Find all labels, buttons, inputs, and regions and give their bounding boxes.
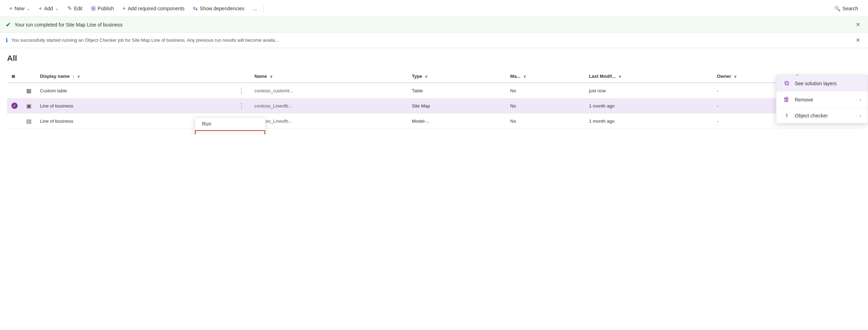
add-chevron-icon[interactable]: ⌄	[55, 6, 59, 11]
show-dependencies-button[interactable]: ⇆ Show dependencies	[189, 3, 248, 14]
row2-name: contoso_Lineofb...	[255, 103, 292, 109]
col-managed-header[interactable]: Ma... ∨	[506, 70, 584, 83]
row3-managed-cell: No	[506, 114, 584, 129]
new-button[interactable]: + New ⌄	[6, 3, 34, 14]
object-checker-icon: ⚕	[783, 112, 790, 119]
row2-owner: -	[717, 103, 718, 109]
modified-label: Last Modif...	[589, 74, 616, 79]
success-notification: ✔ Your run completed for Site Map Line o…	[0, 17, 868, 33]
row1-modified: just now	[589, 88, 606, 93]
section-title: All	[7, 54, 861, 63]
search-button[interactable]: 🔍 Search	[830, 4, 862, 13]
row3-icon-cell: ▤	[22, 114, 36, 129]
row2-more-button[interactable]: ⋮	[237, 102, 246, 110]
modified-sort-icon[interactable]: ∨	[618, 74, 621, 79]
publish-icon: ⊞	[91, 5, 96, 12]
row1-icon-cell: ▦	[22, 83, 36, 98]
row2-icon-cell: ▣	[22, 98, 36, 114]
row2-modified: 1 month ago	[589, 103, 615, 109]
col-type-header[interactable]: Type ∨	[407, 70, 506, 83]
right-dropdown-menu: ⧉ See solution layers 🗑 Remove › ⚕ Objec…	[776, 75, 868, 123]
row1-name: contoso_customt...	[255, 88, 293, 93]
row1-display-name: Custom table	[40, 88, 67, 93]
run-popup-run-item[interactable]: Run	[195, 117, 265, 130]
row3-modified-cell: 1 month ago	[585, 114, 713, 129]
see-solution-layers-label: See solution layers	[795, 81, 836, 86]
model-row-icon: ▤	[26, 118, 32, 124]
name-sort-icon[interactable]: ∨	[270, 74, 273, 79]
search-icon: 🔍	[834, 6, 840, 11]
display-name-sort-asc-icon[interactable]: ↑	[72, 74, 74, 79]
sitemap-row-icon: ▣	[26, 103, 32, 109]
row2-actions-cell: ⋮	[233, 98, 250, 114]
managed-label: Ma...	[510, 74, 520, 79]
plus-icon-add: +	[39, 5, 42, 12]
toolbar-divider	[263, 4, 264, 13]
edit-button[interactable]: ✎ Edit	[64, 3, 86, 14]
row1-name-cell: contoso_customt...	[250, 83, 408, 98]
row3-modified: 1 month ago	[589, 118, 615, 124]
row3-check-cell	[7, 114, 22, 129]
display-name-label: Display name	[40, 74, 70, 79]
row1-actions-cell: ⋮	[233, 83, 250, 98]
add-button[interactable]: + Add ⌄	[35, 3, 62, 14]
run-popup: Run View results	[195, 117, 265, 134]
table-row: ▦ Custom table ⋮ contoso_customt... Tabl…	[7, 83, 861, 98]
toolbar: + New ⌄ + Add ⌄ ✎ Edit ⊞ Publish + Add r…	[0, 0, 868, 17]
object-checker-label: Object checker	[795, 113, 828, 118]
row2-selected-indicator: ✓	[11, 103, 18, 109]
type-label: Type	[412, 74, 422, 79]
more-label: ...	[253, 6, 257, 11]
row3-managed: No	[510, 118, 516, 124]
table-header-row: ≣ Display name ↑ ∨ Name ∨ Type ∨	[7, 70, 861, 83]
success-text: Your run completed for Site Map Line of …	[15, 22, 122, 28]
row2-display-name: Line of business	[40, 103, 73, 109]
more-button[interactable]: ...	[249, 4, 261, 13]
owner-label: Owner	[717, 74, 731, 79]
remove-chevron-icon: ›	[860, 97, 861, 103]
col-name-header[interactable]: Name ∨	[250, 70, 408, 83]
row1-more-button[interactable]: ⋮	[237, 86, 246, 95]
new-chevron-icon[interactable]: ⌄	[27, 6, 30, 11]
col-actions-header	[233, 70, 250, 83]
dependency-icon: ⇆	[193, 5, 198, 12]
plus-icon: +	[9, 5, 12, 12]
col-modified-header[interactable]: Last Modif... ∨	[585, 70, 713, 83]
object-checker-item[interactable]: ⚕ Object checker ›	[776, 108, 868, 123]
row2-display-cell: Line of business	[36, 98, 233, 114]
row2-type: Site Map	[412, 103, 430, 109]
row1-display-cell: Custom table	[36, 83, 233, 98]
edit-icon: ✎	[67, 5, 72, 12]
data-table: ≣ Display name ↑ ∨ Name ∨ Type ∨	[7, 70, 861, 129]
info-close-button[interactable]: ✕	[853, 36, 862, 44]
owner-sort-icon[interactable]: ∨	[734, 74, 737, 79]
col-display-header[interactable]: Display name ↑ ∨	[36, 70, 233, 83]
row1-type-cell: Table	[407, 83, 506, 98]
row3-display-name: Line of business	[40, 118, 73, 124]
row1-modified-cell: just now	[585, 83, 713, 98]
row1-managed-cell: No	[506, 83, 584, 98]
remove-label: Remove	[795, 97, 813, 103]
publish-button[interactable]: ⊞ Publish	[87, 3, 118, 14]
row3-type-cell: Model-...	[407, 114, 506, 129]
managed-sort-icon[interactable]: ∨	[523, 74, 526, 79]
row2-managed-cell: No	[506, 98, 584, 114]
success-close-button[interactable]: ✕	[853, 21, 862, 29]
column-chooser-icon[interactable]: ≣	[11, 74, 15, 79]
row2-managed: No	[510, 103, 516, 109]
row3-name-cell: contoso_Lineofb...	[250, 114, 408, 129]
object-checker-chevron-icon: ›	[860, 113, 861, 118]
remove-item[interactable]: 🗑 Remove ›	[776, 92, 868, 108]
row1-managed: No	[510, 88, 516, 93]
row3-type: Model-...	[412, 118, 430, 124]
see-solution-layers-item[interactable]: ⧉ See solution layers	[776, 75, 868, 92]
row1-owner: -	[717, 88, 718, 93]
table-row: ✓ ▣ Line of business ⋮ contoso_Lineofb..…	[7, 98, 861, 114]
type-sort-icon[interactable]: ∨	[425, 74, 428, 79]
display-name-sort-desc-icon[interactable]: ∨	[77, 74, 80, 79]
row2-modified-cell: 1 month ago	[585, 98, 713, 114]
info-icon: ℹ	[6, 37, 8, 44]
info-text: You successfully started running an Obje…	[11, 37, 279, 43]
run-popup-view-results-item[interactable]: View results	[195, 130, 265, 134]
add-required-button[interactable]: + Add required components	[119, 3, 188, 14]
